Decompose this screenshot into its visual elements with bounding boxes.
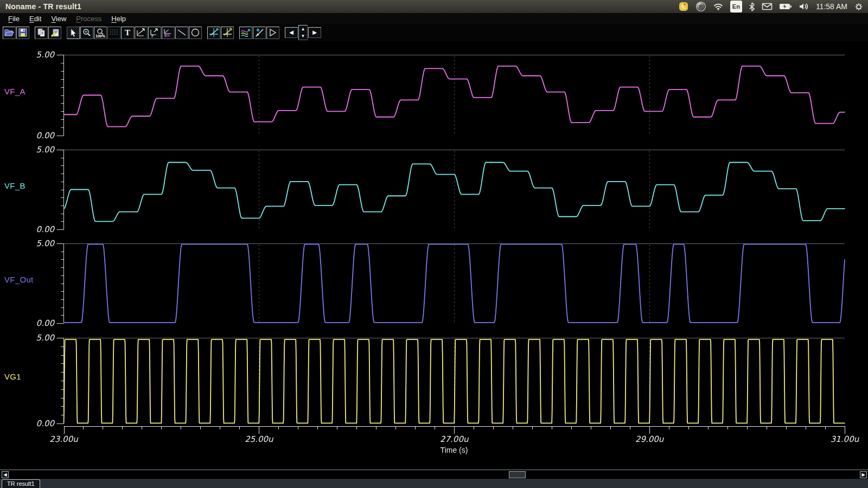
signal-label-vf_b: VF_B [4, 181, 25, 190]
y-axis-max-label: 5.00 [21, 50, 54, 60]
x-axis-tick-label: 29.00u [629, 434, 670, 444]
signal-label-vf_out: VF_Out [4, 275, 34, 284]
signal-label-vg1: VG1 [4, 372, 21, 381]
y-axis-min-label: 0.00 [21, 318, 54, 328]
y-axis-min-label: 0.00 [21, 224, 54, 234]
scrollbar-thumb[interactable] [509, 471, 526, 478]
x-axis-tick-label: 25.00u [238, 434, 279, 444]
x-axis-tick-label: 31.00u [824, 434, 865, 444]
x-axis-title: Time (s) [416, 446, 492, 454]
horizontal-scrollbar[interactable]: ◀ ▶ [0, 470, 868, 479]
tab-tr-result1[interactable]: TR result1 [2, 479, 40, 488]
y-axis-max-label: 5.00 [21, 333, 54, 343]
tab-bar: TR result1 [0, 479, 868, 488]
waveform-viewer: VF_A5.000.00VF_B5.000.00VF_Out5.000.00VG… [0, 0, 868, 488]
y-axis-min-label: 0.00 [21, 419, 54, 428]
scroll-right-button[interactable]: ▶ [860, 471, 867, 478]
x-axis-tick-label: 23.00u [43, 434, 85, 444]
y-axis-max-label: 5.00 [21, 145, 54, 155]
scroll-left-button[interactable]: ◀ [2, 471, 9, 478]
waveform-canvas[interactable] [0, 0, 868, 470]
y-axis-min-label: 0.00 [21, 131, 54, 140]
y-axis-max-label: 5.00 [21, 239, 54, 248]
x-axis-tick-label: 27.00u [433, 434, 475, 444]
signal-label-vf_a: VF_A [4, 87, 25, 96]
application-window: Noname - TR result1 En [0, 0, 868, 488]
